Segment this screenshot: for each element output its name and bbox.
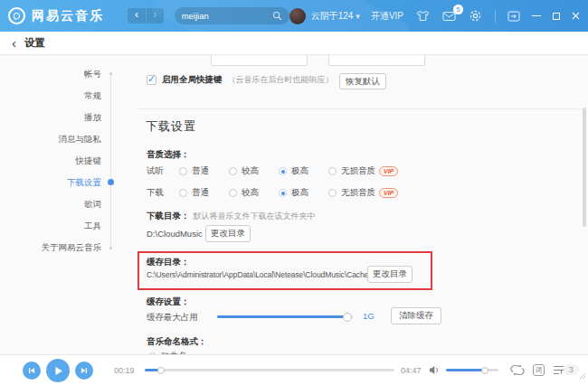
global-hotkey-label: 启用全局快捷键 (162, 74, 223, 86)
radio-option-lossless[interactable]: 无损音质VIP (328, 187, 398, 199)
scrollbar-thumb[interactable] (583, 108, 586, 227)
global-hotkey-checkbox[interactable]: ✓ (147, 75, 156, 85)
sidebar-item-lyrics[interactable]: 歌词 (0, 193, 101, 215)
quality-row-download: 下载 普通 较高 极高 无损音质VIP (147, 187, 398, 199)
previous-track-button[interactable] (23, 362, 41, 380)
settings-sidebar: 帐号 常规 播放 消息与隐私 快捷键 下载设置 歌词 工具 关于网易云音乐 (0, 63, 101, 258)
cache-value-row: 1G (363, 311, 375, 321)
download-dir-label-row: 下载目录： 默认将音乐文件下载在该文件夹中 (147, 211, 316, 222)
check-icon: ✓ (147, 73, 156, 85)
loop-mode-icon[interactable] (510, 364, 525, 376)
cache-size-value: 1G (363, 311, 375, 321)
titlebar-divider (495, 10, 496, 23)
sidebar-item-messages-privacy[interactable]: 消息与隐私 (0, 128, 101, 150)
radio-option-extreme[interactable]: 极高 (279, 187, 308, 199)
message-count-badge: 5 (453, 5, 463, 14)
open-vip-link[interactable]: 开通VIP (371, 10, 403, 23)
cache-slider-fill (217, 315, 347, 318)
radio-option-higher[interactable]: 较高 (229, 187, 259, 199)
sidebar-item-shortcuts[interactable]: 快捷键 (0, 150, 101, 172)
mini-mode-button[interactable] (507, 11, 520, 22)
lyrics-icon[interactable]: 词 (533, 364, 545, 376)
download-dir-label: 下载目录： (147, 211, 190, 222)
search-input[interactable] (182, 11, 272, 21)
app-title: 网易云音乐 (32, 8, 104, 24)
timeline-dot-top (109, 72, 112, 75)
quality-select-label: 音质选择： (147, 149, 190, 161)
cache-dir-path: C:\Users\Administrator\AppData\Local\Net… (147, 270, 368, 279)
history-nav: ‹ › (128, 8, 164, 23)
resize-grip[interactable] (579, 367, 586, 383)
sidebar-item-playback[interactable]: 播放 (0, 107, 101, 128)
play-button[interactable] (46, 359, 70, 382)
sidebar-item-account[interactable]: 帐号 (0, 63, 101, 85)
sidebar-item-about[interactable]: 关于网易云音乐 (0, 237, 101, 258)
timeline-active-dot (108, 179, 114, 185)
lyric-glyph: 词 (536, 365, 543, 375)
change-download-dir-button[interactable]: 更改目录 (205, 225, 251, 242)
app-logo-icon[interactable] (8, 7, 25, 24)
radio-option-higher[interactable]: 较高 (229, 165, 259, 177)
naming-label-row: 音乐命名格式： (147, 336, 207, 348)
volume-slider[interactable] (446, 369, 498, 371)
radio-option-extreme[interactable]: 极高 (279, 165, 308, 177)
next-track-button[interactable] (75, 362, 93, 380)
settings-content: 帐号 常规 播放 消息与隐私 快捷键 下载设置 歌词 工具 关于网易云音乐 ✓ … (0, 55, 588, 354)
avatar[interactable] (289, 8, 306, 24)
progress-fill (145, 369, 161, 371)
clear-cache-button[interactable]: 清除缓存 (391, 307, 441, 324)
progress-handle[interactable] (157, 367, 165, 374)
shortcut-input-partial-2[interactable] (328, 55, 425, 66)
download-label: 下载 (147, 187, 165, 199)
progress-bar[interactable] (145, 369, 394, 371)
playlist-count-badge[interactable]: 3 (564, 364, 579, 375)
back-icon[interactable]: ‹ (12, 33, 16, 53)
radio-option-lossless[interactable]: 无损音质VIP (328, 165, 398, 177)
volume-icon[interactable] (429, 365, 441, 375)
player-bar: 00:19 04:47 词 3 (0, 354, 588, 385)
messages-icon[interactable]: 5 (442, 11, 456, 22)
chevron-down-icon[interactable]: ▾ (356, 12, 360, 21)
volume-fill (446, 369, 485, 371)
change-cache-dir-button[interactable]: 更改目录 (367, 266, 413, 283)
close-button[interactable] (572, 12, 580, 20)
radio-option-normal[interactable]: 普通 (179, 165, 209, 177)
cache-size-slider[interactable] (217, 315, 353, 318)
forward-button[interactable]: › (146, 8, 164, 23)
radio-option-normal[interactable]: 普通 (179, 187, 209, 199)
username[interactable]: 云阴于124 (311, 10, 354, 23)
sidebar-item-tools[interactable]: 工具 (0, 215, 101, 237)
global-hotkey-note: （云音乐在后台时也能响应） (228, 74, 334, 86)
back-button[interactable]: ‹ (128, 8, 146, 23)
sidebar-item-download-settings[interactable]: 下载设置 (0, 172, 101, 193)
search-box[interactable] (175, 7, 289, 24)
restore-default-button[interactable]: 恢复默认 (339, 73, 386, 89)
download-dir-path-row: D:\CloudMusic (147, 229, 203, 239)
cache-dir-path-row: C:\Users\Administrator\AppData\Local\Net… (147, 270, 368, 279)
current-time: 00:19 (114, 366, 135, 375)
section-divider (138, 108, 581, 109)
titlebar: 网易云音乐 ‹ › 云阴于124 ▾ 开通VIP 5 (0, 0, 588, 32)
sidebar-timeline (110, 73, 111, 249)
preview-label: 试听 (147, 165, 165, 177)
page-title: 设置 (24, 36, 45, 50)
download-settings-title: 下载设置 (146, 118, 196, 135)
shortcut-input-partial-1[interactable] (211, 55, 308, 66)
cache-dir-label-row: 缓存目录： (147, 257, 190, 268)
cache-slider-handle[interactable] (343, 313, 352, 322)
minimize-button[interactable] (532, 15, 541, 16)
volume-handle[interactable] (481, 367, 488, 374)
maximize-button[interactable] (553, 13, 560, 20)
search-icon[interactable] (272, 11, 282, 21)
cache-settings-label: 缓存设置： (147, 296, 190, 308)
cache-max-label: 缓存最大占用 (147, 312, 198, 324)
download-dir-note: 默认将音乐文件下载在该文件夹中 (194, 211, 316, 222)
settings-gear-icon[interactable] (469, 9, 482, 23)
total-time: 04:47 (401, 366, 422, 375)
quality-row-preview: 试听 普通 较高 极高 无损音质VIP (147, 165, 398, 177)
theme-skin-icon[interactable] (416, 10, 430, 22)
titlebar-right: 云阴于124 ▾ 开通VIP 5 (289, 8, 580, 24)
cache-max-label-row: 缓存最大占用 (147, 312, 198, 324)
sidebar-item-general[interactable]: 常规 (0, 85, 101, 107)
timeline-dot-bottom (109, 247, 112, 249)
